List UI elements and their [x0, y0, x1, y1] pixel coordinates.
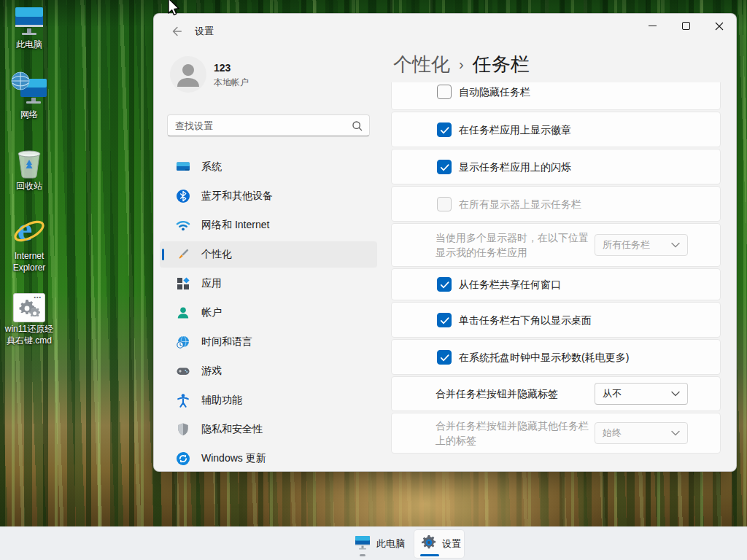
sidebar-item-label: 系统 — [201, 160, 222, 174]
dropdown-value: 所有任务栏 — [603, 238, 650, 252]
desktop-icon-cmd-script[interactable]: ▪▪▪ win11还原经典右键.cmd — [3, 289, 55, 346]
sidebar-item-accounts[interactable]: 帐户 — [160, 300, 377, 326]
search-box[interactable] — [167, 114, 370, 136]
this-pc-icon — [3, 4, 55, 38]
checkbox[interactable] — [437, 313, 452, 327]
breadcrumb-parent[interactable]: 个性化 — [393, 53, 450, 75]
setting-row-flashing[interactable]: 显示任务栏应用上的闪烁 — [391, 149, 721, 184]
taskbar-button-this-pc[interactable]: 此电脑 — [347, 530, 410, 558]
chevron-down-icon — [671, 391, 680, 397]
setting-row-clock-seconds[interactable]: 在系统托盘时钟中显示秒数(耗电更多) — [391, 339, 721, 375]
mouse-cursor — [164, 0, 182, 23]
setting-label: 当使用多个显示器时，在以下位置显示我的任务栏应用 — [436, 230, 590, 260]
titlebar[interactable]: 设置 — [154, 14, 736, 49]
checkbox[interactable] — [437, 197, 452, 211]
sidebar-nav: 系统 蓝牙和其他设备 网络和 Internet 个性化 应用 帐户 — [160, 154, 377, 472]
chevron-down-icon — [671, 430, 680, 436]
breadcrumb: 个性化›任务栏 — [393, 52, 530, 77]
checkbox[interactable] — [437, 160, 452, 174]
minimize-button[interactable] — [635, 15, 669, 37]
desktop-icon-label: Internet Explorer — [3, 251, 55, 273]
sidebar-item-label: 辅助功能 — [201, 394, 242, 407]
dropdown[interactable]: 所有任务栏 — [595, 234, 688, 256]
taskbar-button-label: 设置 — [442, 537, 461, 551]
setting-row-all-displays[interactable]: 在所有显示器上显示任务栏 — [391, 186, 721, 222]
setting-row-auto-hide[interactable]: 自动隐藏任务栏 — [391, 82, 721, 110]
sidebar-item-network[interactable]: 网络和 Internet — [160, 212, 377, 238]
sidebar-item-time-language[interactable]: 时间和语言 — [160, 329, 377, 355]
desktop-icon-this-pc[interactable]: 此电脑 — [3, 4, 55, 51]
desktop-icon-label: 此电脑 — [3, 39, 55, 51]
privacy-shield-icon — [176, 422, 190, 437]
sidebar-item-label: 个性化 — [201, 248, 232, 261]
setting-label: 合并任务栏按钮并隐藏标签 — [436, 386, 590, 401]
settings-list: 自动隐藏任务栏 在任务栏应用上显示徽章 显示任务栏应用上的闪烁 在所有显示器上显… — [391, 82, 721, 456]
checkbox[interactable] — [437, 350, 452, 365]
avatar — [170, 56, 206, 93]
checkbox[interactable] — [437, 122, 452, 137]
desktop-icon-label: 网络 — [3, 109, 55, 121]
sidebar-item-gaming[interactable]: 游戏 — [160, 358, 377, 384]
accessibility-icon — [176, 393, 190, 408]
checkbox[interactable] — [437, 277, 452, 292]
close-button[interactable] — [703, 15, 736, 37]
setting-row-combine-buttons[interactable]: 合并任务栏按钮并隐藏标签 从不 — [391, 376, 721, 411]
desktop-icon-internet-explorer[interactable]: e Internet Explorer — [3, 216, 55, 273]
running-indicator — [360, 554, 365, 556]
search-input[interactable] — [168, 115, 369, 136]
windows-update-icon — [176, 451, 190, 466]
user-name: 123 — [214, 62, 231, 74]
setting-label: 在系统托盘时钟中显示秒数(耗电更多) — [459, 350, 707, 365]
recycle-bin-icon — [3, 146, 55, 179]
sidebar-item-windows-update[interactable]: Windows 更新 — [160, 446, 377, 472]
taskbar: 此电脑 设置 中 拼 15:29:59 2023/8/28 z — [0, 526, 747, 560]
internet-explorer-icon: e — [3, 216, 55, 249]
apps-icon — [176, 276, 190, 291]
setting-label: 显示任务栏应用上的闪烁 — [459, 160, 707, 174]
bluetooth-icon — [176, 189, 190, 203]
this-pc-icon — [353, 534, 372, 555]
minimize-icon — [649, 22, 657, 30]
sidebar-item-personalization[interactable]: 个性化 — [160, 241, 377, 268]
desktop-icon-network[interactable]: 网络 — [3, 74, 55, 121]
desktop: 此电脑 网络 回收站 e Internet Explorer ▪▪▪ win11… — [0, 0, 747, 560]
dropdown[interactable]: 始终 — [595, 422, 688, 444]
breadcrumb-separator-icon: › — [450, 56, 473, 72]
taskbar-button-settings[interactable]: 设置 — [414, 530, 464, 558]
sidebar-item-label: 蓝牙和其他设备 — [201, 190, 273, 203]
back-button[interactable] — [166, 20, 187, 42]
setting-row-share-window[interactable]: 从任务栏共享任何窗口 — [391, 268, 721, 300]
setting-row-multi-monitor-location[interactable]: 当使用多个显示器时，在以下位置显示我的任务栏应用 所有任务栏 — [391, 223, 721, 267]
close-icon — [715, 22, 724, 31]
user-account-type: 本地帐户 — [214, 77, 249, 89]
dropdown[interactable]: 从不 — [595, 383, 688, 405]
setting-label: 合并任务栏按钮并隐藏其他任务栏上的标签 — [436, 419, 590, 448]
search-icon — [351, 120, 363, 135]
sidebar-item-bluetooth[interactable]: 蓝牙和其他设备 — [160, 183, 377, 209]
window-title: 设置 — [195, 25, 214, 38]
sidebar-item-accessibility[interactable]: 辅助功能 — [160, 387, 377, 413]
sidebar-item-label: 网络和 Internet — [201, 219, 269, 232]
cmd-script-icon: ▪▪▪ — [3, 289, 55, 322]
dropdown-value: 从不 — [603, 387, 622, 400]
personalization-brush-icon — [176, 247, 190, 262]
setting-label: 在所有显示器上显示任务栏 — [459, 197, 707, 211]
setting-row-combine-buttons-other[interactable]: 合并任务栏按钮并隐藏其他任务栏上的标签 始终 — [391, 413, 721, 454]
gaming-icon — [176, 364, 190, 378]
setting-row-badges[interactable]: 在任务栏应用上显示徽章 — [391, 112, 721, 147]
wifi-icon — [176, 218, 190, 233]
desktop-icon-label: win11还原经典右键.cmd — [3, 324, 55, 346]
checkbox[interactable] — [437, 85, 452, 99]
maximize-button[interactable] — [669, 15, 703, 37]
sidebar-item-privacy[interactable]: 隐私和安全性 — [160, 416, 377, 443]
setting-row-show-desktop[interactable]: 单击任务栏右下角以显示桌面 — [391, 302, 721, 338]
setting-label: 从任务栏共享任何窗口 — [459, 277, 707, 292]
sidebar-item-system[interactable]: 系统 — [160, 154, 377, 180]
desktop-icon-recycle-bin[interactable]: 回收站 — [3, 146, 55, 192]
maximize-icon — [682, 22, 690, 30]
network-icon — [3, 74, 55, 108]
sidebar-item-label: 应用 — [201, 277, 222, 290]
breadcrumb-current: 任务栏 — [473, 53, 530, 75]
back-arrow-icon — [170, 25, 183, 38]
sidebar-item-apps[interactable]: 应用 — [160, 271, 377, 297]
